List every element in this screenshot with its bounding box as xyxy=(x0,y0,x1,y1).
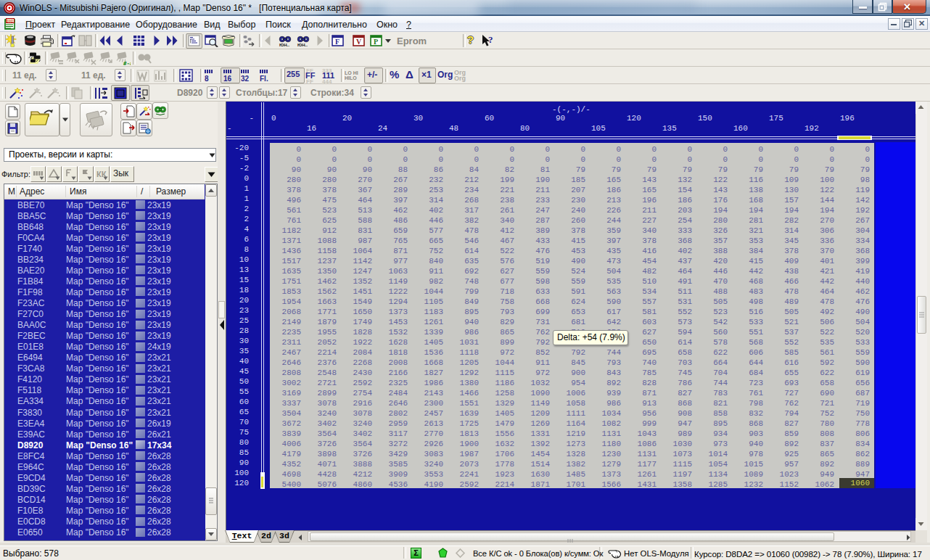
svg-text:V: V xyxy=(356,38,362,46)
svg-text:32: 32 xyxy=(241,75,250,83)
svg-text:F: F xyxy=(335,38,340,46)
svg-text:P: P xyxy=(374,38,378,46)
svg-text:ЮН..: ЮН.. xyxy=(279,43,289,47)
svg-text:?: ? xyxy=(488,34,493,45)
svg-text:IOI: IOI xyxy=(7,19,13,23)
svg-text:#-#: #-# xyxy=(123,60,131,65)
svg-text:8: 8 xyxy=(205,75,209,83)
svg-text:ЮН..: ЮН.. xyxy=(297,43,308,47)
svg-text:Fl.: Fl. xyxy=(260,75,268,83)
svg-text:16: 16 xyxy=(223,75,232,83)
